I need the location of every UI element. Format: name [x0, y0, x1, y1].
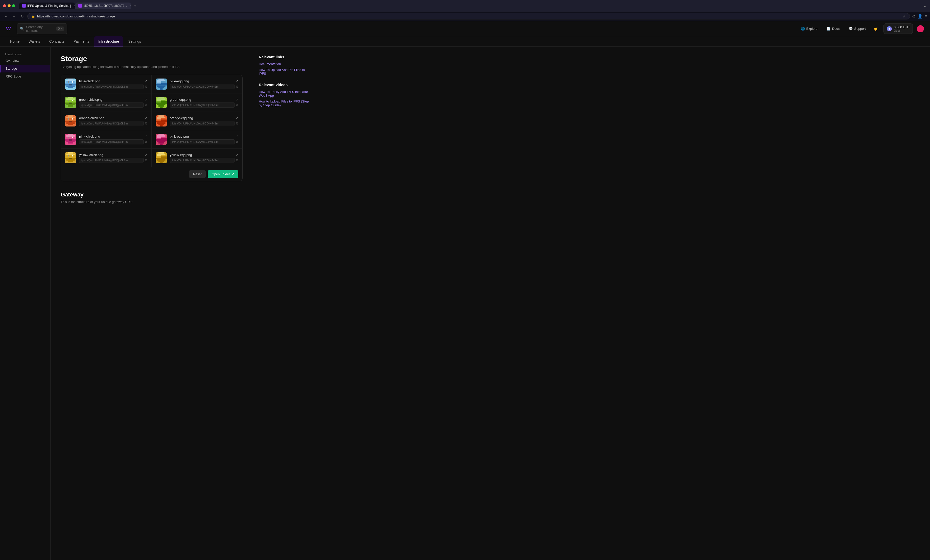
refresh-button[interactable]: ↻: [19, 13, 25, 20]
link-upload-pin[interactable]: How To Upload And Pin Files to IPFS: [259, 68, 313, 75]
tab-close-button-2[interactable]: ✕: [129, 5, 131, 7]
copy-button-green-egg[interactable]: ⧉: [236, 103, 238, 107]
external-link-orange-egg[interactable]: ↗: [236, 116, 238, 120]
docs-icon: 📄: [827, 27, 831, 31]
file-name-pink-chick: pink-chick.png: [79, 135, 100, 138]
external-link-pink-chick[interactable]: ↗: [145, 135, 147, 138]
file-hash-yellow-chick: ipfs://QmUPbUfUNkGAgf8CQjwJkSmI: [79, 158, 143, 163]
forward-button[interactable]: →: [11, 13, 17, 20]
copy-button-green-chick[interactable]: ⧉: [145, 103, 147, 107]
file-hash-orange-chick: ipfs://QmUPbUfUNkGAgf8CQjwJkSmI: [79, 121, 143, 126]
browser-tab-active[interactable]: IPFS Upload & Pinning Service | ✕: [19, 3, 75, 9]
search-bar[interactable]: 🔍 Search any contract ⌘K: [17, 23, 67, 34]
minimize-window-button[interactable]: [8, 4, 11, 7]
eth-icon: ◆: [887, 26, 892, 31]
svg-rect-58: [161, 120, 167, 121]
file-item-orange-egg: orange-eqq.png ↗ ipfs://QmUPbUfUNkGAgf8C…: [152, 112, 242, 130]
new-tab-button[interactable]: +: [131, 2, 139, 9]
window-controls[interactable]: ⌄: [923, 3, 927, 9]
nav-wallets[interactable]: Wallets: [25, 36, 44, 46]
browser-nav: ← → ↻ 🔒 https://thirdweb.com/dashboard/i…: [0, 12, 930, 21]
file-thumb-blue-chick: [65, 78, 76, 90]
svg-rect-35: [161, 100, 166, 101]
svg-rect-60: [157, 123, 166, 124]
external-link-blue-egg[interactable]: ↗: [236, 79, 238, 83]
svg-rect-80: [156, 140, 167, 141]
video-add-ipfs[interactable]: How To Easily Add IPFS Into Your Web3 Ap…: [259, 90, 313, 97]
svg-rect-12: [157, 80, 166, 81]
file-thumb-blue-egg: [156, 78, 167, 90]
browser-tab-2[interactable]: 15065ae3c21e0bff07eaf80b71... ✕: [75, 3, 131, 9]
external-link-orange-chick[interactable]: ↗: [145, 116, 147, 120]
copy-button-pink-chick[interactable]: ⧉: [145, 140, 147, 144]
wallet-info[interactable]: ◆ 0.000 ETH Guest: [884, 23, 913, 34]
nav-settings[interactable]: Settings: [124, 36, 145, 46]
svg-rect-77: [161, 137, 166, 138]
back-button[interactable]: ←: [3, 13, 9, 20]
copy-button-pink-egg[interactable]: ⧉: [236, 140, 238, 144]
file-info-green-chick: green-chick.png ↗ ipfs://QmUPbUfUNkGAgf8…: [79, 98, 147, 107]
sidebar-item-storage[interactable]: Storage: [0, 64, 50, 72]
svg-rect-75: [157, 135, 166, 137]
open-folder-button[interactable]: Open Folder ↗: [208, 170, 238, 178]
sidebar-item-rpc-edge[interactable]: RPC Edge: [0, 72, 50, 80]
copy-button-yellow-egg[interactable]: ⧉: [236, 158, 238, 162]
file-hash-row-green-chick: ipfs://QmUPbUfUNkGAgf8CQjwJkSmI ⧉: [79, 103, 147, 107]
file-thumb-yellow-chick: [65, 152, 76, 163]
tab-close-button[interactable]: ✕: [74, 5, 75, 7]
maximize-window-button[interactable]: [12, 4, 15, 7]
external-link-yellow-egg[interactable]: ↗: [236, 153, 238, 156]
sidebar-item-overview[interactable]: Overview: [0, 57, 50, 64]
avatar[interactable]: [917, 25, 924, 32]
svg-rect-9: [68, 81, 69, 83]
close-window-button[interactable]: [3, 4, 6, 7]
copy-button-orange-chick[interactable]: ⧉: [145, 122, 147, 125]
extensions-icon[interactable]: ⚙: [912, 14, 916, 19]
file-hash-yellow-egg: ipfs://QmUPbUfUNkGAgf8CQjwJkSmI: [170, 158, 234, 163]
external-link-green-egg[interactable]: ↗: [236, 98, 238, 101]
external-link-blue-chick[interactable]: ↗: [145, 79, 147, 83]
svg-rect-8: [72, 81, 74, 83]
copy-button-orange-egg[interactable]: ⧉: [236, 122, 238, 125]
file-name-row-pink-egg: pink-eqq.png ↗: [170, 135, 238, 138]
support-button[interactable]: 💬 Support: [846, 25, 868, 32]
open-folder-label: Open Folder: [212, 172, 230, 176]
nav-home[interactable]: Home: [6, 36, 23, 46]
video-upload-files[interactable]: How to Upload Files to IPFS (Step by Ste…: [259, 100, 313, 107]
svg-rect-65: [66, 137, 75, 138]
file-name-row-green-chick: green-chick.png ↗: [79, 98, 147, 101]
theme-toggle[interactable]: ☀️: [872, 25, 879, 32]
svg-rect-41: [160, 107, 163, 108]
nav-infrastructure[interactable]: Infrastructure: [94, 36, 123, 46]
menu-icon[interactable]: ≡: [925, 14, 927, 19]
external-link-yellow-chick[interactable]: ↗: [145, 153, 147, 156]
nav-contracts[interactable]: Contracts: [45, 36, 68, 46]
file-item-pink-chick: pink-chick.png ↗ ipfs://QmUPbUfUNkGAgf8C…: [61, 130, 152, 149]
file-name-row-blue-chick: blue-chick.png ↗: [79, 79, 147, 83]
svg-rect-11: [159, 78, 164, 80]
explore-button[interactable]: 🌐 Explore: [798, 25, 820, 32]
svg-rect-30: [68, 100, 69, 101]
app-nav: Home Wallets Contracts Payments Infrastr…: [0, 36, 930, 47]
svg-rect-93: [68, 155, 69, 156]
copy-button-blue-chick[interactable]: ⧉: [145, 85, 147, 88]
copy-button-yellow-chick[interactable]: ⧉: [145, 158, 147, 162]
external-link-green-chick[interactable]: ↗: [145, 98, 147, 101]
file-name-green-chick: green-chick.png: [79, 98, 103, 101]
app-logo[interactable]: W: [6, 26, 11, 32]
address-bar[interactable]: 🔒 https://thirdweb.com/dashboard/infrast…: [27, 13, 910, 20]
svg-rect-1: [66, 80, 75, 81]
file-info-blue-egg: blue-eqq.png ↗ ipfs://QmUPbUfUNkGAgf8CQj…: [170, 79, 238, 89]
svg-rect-26: [66, 104, 75, 106]
bookmark-icon[interactable]: ☆: [903, 14, 906, 18]
docs-button[interactable]: 📄 Docs: [824, 25, 842, 32]
copy-button-blue-egg[interactable]: ⧉: [236, 85, 238, 88]
file-hash-blue-chick: ipfs://QmUPbUfUNkGAgf8CQjwJkSmI: [79, 84, 143, 89]
nav-payments[interactable]: Payments: [69, 36, 93, 46]
link-documentation[interactable]: Documentation: [259, 62, 313, 66]
external-link-pink-egg[interactable]: ↗: [236, 135, 238, 138]
file-hash-pink-egg: ipfs://QmUPbUfUNkGAgf8CQjwJkSmI: [170, 140, 234, 144]
reset-button[interactable]: Reset: [189, 170, 206, 178]
header-actions: 🌐 Explore 📄 Docs 💬 Support ☀️ ◆ 0.000 ET…: [798, 23, 924, 34]
profile-icon[interactable]: 👤: [918, 14, 923, 19]
